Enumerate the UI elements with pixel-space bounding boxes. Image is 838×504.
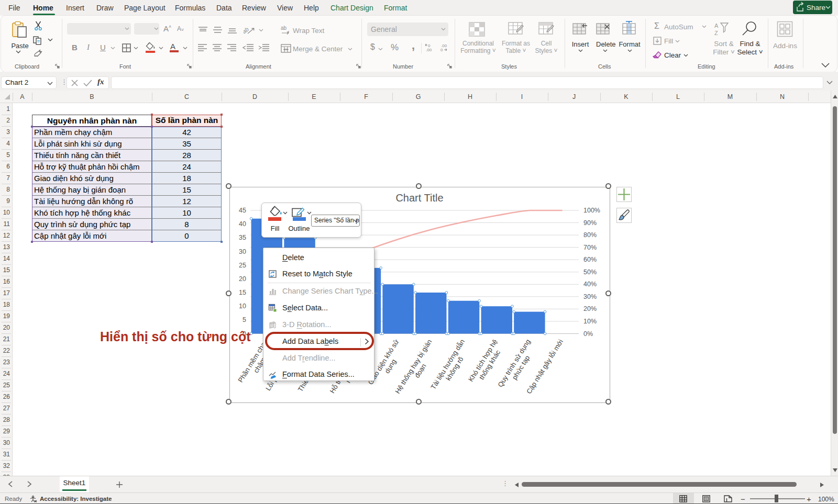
svg-text:10: 10 bbox=[239, 303, 246, 310]
svg-text:20: 20 bbox=[239, 275, 246, 283]
svg-text:0: 0 bbox=[440, 48, 443, 52]
svg-text:10%: 10% bbox=[583, 318, 597, 325]
svg-text:45: 45 bbox=[239, 207, 246, 214]
svg-text:60%: 60% bbox=[583, 256, 597, 263]
svg-text:80%: 80% bbox=[583, 231, 597, 239]
svg-text:ab: ab bbox=[244, 26, 250, 35]
svg-text:Z: Z bbox=[714, 30, 718, 36]
svg-text:35: 35 bbox=[239, 234, 246, 241]
svg-text:20%: 20% bbox=[583, 305, 597, 312]
svg-text:70%: 70% bbox=[583, 244, 597, 251]
svg-text:40%: 40% bbox=[583, 281, 597, 288]
svg-text:5: 5 bbox=[242, 316, 246, 323]
svg-text:30%: 30% bbox=[583, 293, 597, 300]
svg-text:50%: 50% bbox=[583, 268, 597, 276]
svg-text:100%: 100% bbox=[583, 207, 600, 214]
svg-text:0%: 0% bbox=[583, 330, 593, 338]
svg-text:90%: 90% bbox=[583, 219, 597, 227]
svg-text:15: 15 bbox=[239, 289, 246, 296]
svg-text:Share: Share bbox=[807, 4, 825, 12]
svg-text:Chart Title: Chart Title bbox=[395, 192, 443, 204]
svg-text:25: 25 bbox=[239, 262, 246, 269]
svg-text:.00: .00 bbox=[426, 48, 432, 52]
svg-text:30: 30 bbox=[239, 248, 246, 255]
svg-text:40: 40 bbox=[239, 220, 246, 228]
svg-text:ab: ab bbox=[281, 25, 287, 31]
svg-text:A: A bbox=[714, 23, 719, 29]
